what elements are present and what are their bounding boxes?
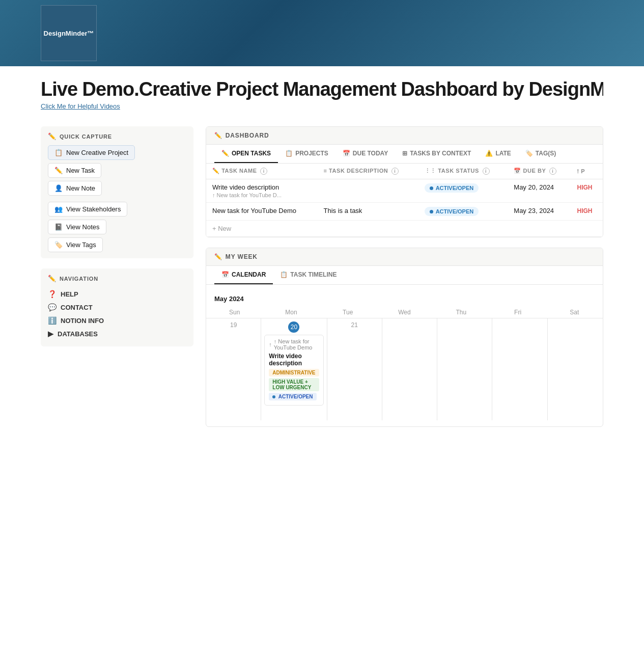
- page-title: Live Demo.Creative Project Management Da…: [41, 78, 603, 100]
- cal-day-num-20: 20: [264, 321, 323, 333]
- task-status-info-icon[interactable]: i: [483, 168, 490, 175]
- cal-day-24: [492, 318, 547, 420]
- my-week-header: ✏️ MY WEEK: [206, 248, 603, 266]
- navigation-header: ✏️ NAVIGATION: [48, 275, 186, 282]
- day-header-sat: Sat: [546, 307, 603, 318]
- tags-icon: 🏷️: [54, 241, 63, 249]
- content-area: ✏️ DASHBOARD ✏️ OPEN TASKS 📋 PROJECTS 📅 …: [206, 126, 603, 427]
- calendar-grid: May 2024 Sun Mon Tue Wed Thu Fri Sat 19: [206, 285, 603, 426]
- task-name-cell: New task for YouTube Demo: [206, 203, 318, 221]
- dashboard-tabs-bar: ✏️ OPEN TASKS 📋 PROJECTS 📅 DUE TODAY ⊞ T…: [206, 145, 603, 164]
- col-task-description: ≡ TASK DESCRIPTION i: [318, 164, 418, 179]
- my-week-panel: ✏️ MY WEEK 📅 CALENDAR 📋 TASK TIMELINE Ma…: [206, 248, 603, 427]
- add-new-row[interactable]: + New: [206, 221, 603, 237]
- navigation-section: ✏️ NAVIGATION ❓ HELP 💬 CONTACT ℹ️ NOTION…: [41, 268, 193, 346]
- due-by-info-icon[interactable]: i: [549, 168, 556, 175]
- task-name-info-icon[interactable]: i: [260, 168, 267, 175]
- stakeholders-icon: 👥: [54, 205, 63, 213]
- view-stakeholders-button[interactable]: 👥 View Stakeholders: [48, 202, 127, 217]
- status-dot: [430, 186, 433, 190]
- due-by-cell: May 20, 2024: [508, 179, 571, 203]
- day-header-thu: Thu: [433, 307, 489, 318]
- main-layout: ✏️ QUICK CAPTURE 📋 New Creative Project …: [0, 114, 644, 439]
- calendar-tab-icon: 📅: [221, 271, 229, 278]
- tab-open-tasks[interactable]: ✏️ OPEN TASKS: [214, 145, 278, 163]
- new-creative-project-button[interactable]: 📋 New Creative Project: [48, 145, 135, 160]
- tasks-context-tab-icon: ⊞: [402, 150, 407, 157]
- logo-text: DesignMinder™: [44, 30, 94, 37]
- calendar-day-headers: Sun Mon Tue Wed Thu Fri Sat: [206, 307, 603, 318]
- my-week-tabs-bar: 📅 CALENDAR 📋 TASK TIMELINE: [206, 266, 603, 285]
- tab-projects[interactable]: 📋 PROJECTS: [278, 145, 335, 163]
- cal-day-20: 20 ↑ ↑ New task for YouTube Demo Write v…: [261, 318, 327, 420]
- tags-tab-icon: 🏷️: [525, 150, 533, 157]
- priority-cell: HIGH: [571, 179, 603, 203]
- sidebar-item-contact[interactable]: 💬 CONTACT: [48, 301, 186, 314]
- cal-day-25: [548, 318, 603, 420]
- tab-calendar[interactable]: 📅 CALENDAR: [214, 266, 273, 284]
- tab-tasks-by-context[interactable]: ⊞ TASKS BY CONTEXT: [395, 145, 478, 163]
- calendar-days-row: 19 20 ↑ ↑ New task for YouTube Demo Wr: [206, 318, 603, 420]
- dashboard-panel: ✏️ DASHBOARD ✏️ OPEN TASKS 📋 PROJECTS 📅 …: [206, 126, 603, 237]
- day-header-mon: Mon: [263, 307, 319, 318]
- help-icon: ❓: [48, 290, 57, 298]
- cal-event-arrow-icon: ↑: [269, 341, 272, 347]
- task-desc-cell: [318, 179, 418, 203]
- cal-tag-status: ACTIVE/OPEN: [269, 393, 316, 400]
- view-tags-button[interactable]: 🏷️ View Tags: [48, 237, 103, 252]
- dashboard-table-wrapper: ✏️ TASK NAME i ≡ TASK DESCRIPTION i ⋮⋮: [206, 164, 603, 237]
- task-timeline-tab-icon: 📋: [280, 271, 288, 278]
- table-row[interactable]: Write video description ↑ New task for Y…: [206, 179, 603, 203]
- priority-cell: HIGH: [571, 203, 603, 221]
- status-dot: [430, 210, 433, 213]
- day-header-wed: Wed: [376, 307, 433, 318]
- status-badge: ACTIVE/OPEN: [425, 183, 479, 193]
- task-status-cell: ACTIVE/OPEN: [418, 203, 508, 221]
- notes-icon: 📓: [54, 223, 63, 231]
- helpful-videos-link[interactable]: Click Me for Helpful Videos: [41, 102, 603, 110]
- tab-due-today[interactable]: 📅 DUE TODAY: [335, 145, 395, 163]
- sidebar-item-notion-info[interactable]: ℹ️ NOTION INFO: [48, 314, 186, 327]
- databases-expand-icon: ▶: [48, 330, 53, 338]
- cal-event-tags: ADMINISTRATIVE HIGH VALUE + LOW URGENCY …: [269, 369, 319, 402]
- due-by-cell: May 23, 2024: [508, 203, 571, 221]
- day-header-tue: Tue: [320, 307, 376, 318]
- sidebar-item-databases[interactable]: ▶ DATABASES: [48, 327, 186, 340]
- due-today-tab-icon: 📅: [343, 150, 350, 157]
- add-new-label[interactable]: + New: [206, 221, 603, 237]
- secondary-buttons: 👥 View Stakeholders 📓 View Notes 🏷️ View…: [48, 202, 186, 252]
- sidebar-item-help[interactable]: ❓ HELP: [48, 287, 186, 301]
- cal-day-22: [382, 318, 437, 420]
- cal-day-num-19: 19: [209, 321, 258, 329]
- contact-icon: 💬: [48, 303, 57, 311]
- table-row[interactable]: New task for YouTube Demo This is a task…: [206, 203, 603, 221]
- tab-late[interactable]: ⚠️ LATE: [478, 145, 518, 163]
- task-desc-info-icon[interactable]: i: [391, 168, 399, 175]
- cal-day-num-21: 21: [330, 321, 379, 329]
- quick-capture-section: ✏️ QUICK CAPTURE 📋 New Creative Project …: [41, 126, 193, 258]
- task-desc-cell: This is a task: [318, 203, 418, 221]
- cal-tag-urgency: HIGH VALUE + LOW URGENCY: [269, 378, 319, 391]
- calendar-month-label: May 2024: [206, 291, 603, 307]
- quick-capture-header: ✏️ QUICK CAPTURE: [48, 132, 186, 140]
- col-priority: ! P: [571, 164, 603, 179]
- tab-task-timeline[interactable]: 📋 TASK TIMELINE: [273, 266, 344, 284]
- new-note-button[interactable]: 👤 New Note: [48, 181, 102, 196]
- new-creative-project-icon: 📋: [54, 149, 63, 156]
- new-task-button[interactable]: ✏️ New Task: [48, 163, 101, 178]
- cal-day-19: 19: [206, 318, 261, 420]
- view-notes-button[interactable]: 📓 View Notes: [48, 220, 106, 234]
- open-tasks-tab-icon: ✏️: [221, 150, 229, 157]
- cal-day-23: [437, 318, 492, 420]
- cal-dot-icon: [272, 395, 275, 398]
- tab-tags[interactable]: 🏷️ TAG(S): [518, 145, 563, 163]
- calendar-event[interactable]: ↑ ↑ New task for YouTube Demo Write vide…: [264, 335, 323, 406]
- col-due-by: 📅 DUE BY i: [508, 164, 571, 179]
- cal-event-title: Write video description: [269, 353, 319, 367]
- logo-box: DesignMinder™: [41, 5, 97, 61]
- task-name-cell: Write video description ↑ New task for Y…: [206, 179, 318, 203]
- task-status-cell: ACTIVE/OPEN: [418, 179, 508, 203]
- my-week-icon: ✏️: [214, 253, 222, 260]
- projects-tab-icon: 📋: [285, 150, 293, 157]
- page-title-area: Live Demo.Creative Project Management Da…: [0, 66, 644, 114]
